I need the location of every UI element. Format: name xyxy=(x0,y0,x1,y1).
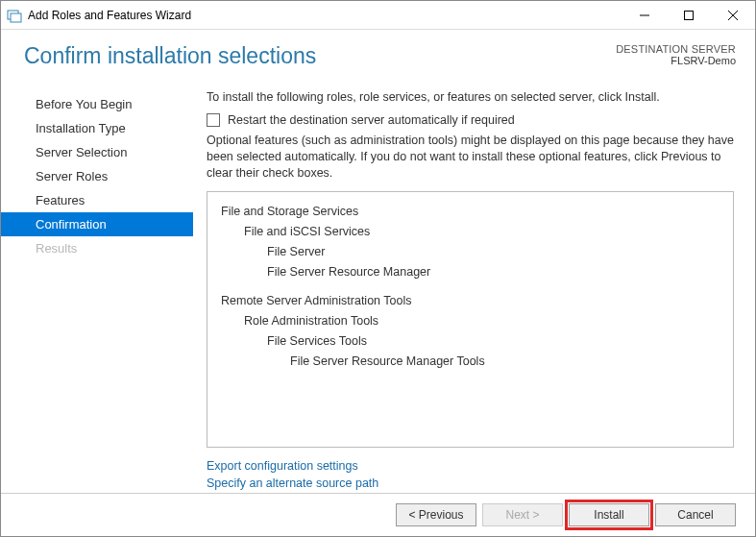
destination-label: DESTINATION SERVER xyxy=(616,43,736,55)
feature-item: File and iSCSI Services xyxy=(221,222,719,242)
footer: < Previous Next > Install Cancel xyxy=(1,493,755,536)
cancel-button[interactable]: Cancel xyxy=(655,503,736,526)
feature-item: File Server Resource Manager Tools xyxy=(221,352,719,372)
features-list: File and Storage Services File and iSCSI… xyxy=(207,191,734,448)
restart-label: Restart the destination server automatic… xyxy=(228,113,515,127)
body: Before You Begin Installation Type Serve… xyxy=(1,69,755,493)
sidebar-item-results: Results xyxy=(1,236,193,260)
destination-block: DESTINATION SERVER FLSRV-Demo xyxy=(616,43,736,69)
export-config-link[interactable]: Export configuration settings xyxy=(207,457,734,476)
sidebar-item-before-you-begin[interactable]: Before You Begin xyxy=(1,92,193,116)
header: Confirm installation selections DESTINAT… xyxy=(1,30,755,69)
sidebar-item-server-roles[interactable]: Server Roles xyxy=(1,164,193,188)
wizard-window: Add Roles and Features Wizard Confirm in… xyxy=(0,0,756,537)
destination-name: FLSRV-Demo xyxy=(616,55,736,66)
sidebar-item-installation-type[interactable]: Installation Type xyxy=(1,116,193,140)
feature-item: File and Storage Services xyxy=(221,202,719,222)
next-button: Next > xyxy=(482,503,563,526)
alternate-source-link[interactable]: Specify an alternate source path xyxy=(207,475,734,493)
optional-text: Optional features (such as administratio… xyxy=(207,133,734,182)
feature-item: File Services Tools xyxy=(221,331,719,352)
svg-rect-1 xyxy=(11,13,21,22)
maximize-button[interactable] xyxy=(667,1,711,30)
window-title: Add Roles and Features Wizard xyxy=(28,9,622,22)
previous-button[interactable]: < Previous xyxy=(396,503,476,526)
restart-row: Restart the destination server automatic… xyxy=(207,113,734,127)
window-controls xyxy=(622,1,755,30)
intro-text: To install the following roles, role ser… xyxy=(207,90,734,104)
titlebar: Add Roles and Features Wizard xyxy=(1,1,755,30)
sidebar: Before You Begin Installation Type Serve… xyxy=(1,90,193,493)
app-icon xyxy=(7,8,22,23)
install-button[interactable]: Install xyxy=(569,503,649,526)
sidebar-item-features[interactable]: Features xyxy=(1,188,193,212)
close-button[interactable] xyxy=(711,1,755,30)
feature-item: Remote Server Administration Tools xyxy=(221,291,719,311)
sidebar-item-server-selection[interactable]: Server Selection xyxy=(1,140,193,164)
page-title: Confirm installation selections xyxy=(24,43,616,69)
svg-rect-3 xyxy=(685,11,694,19)
feature-item: Role Administration Tools xyxy=(221,311,719,331)
minimize-button[interactable] xyxy=(622,1,667,30)
sidebar-item-confirmation[interactable]: Confirmation xyxy=(1,212,193,236)
links-block: Export configuration settings Specify an… xyxy=(207,457,734,494)
restart-checkbox[interactable] xyxy=(207,113,220,127)
feature-item: File Server Resource Manager xyxy=(221,262,719,282)
main-content: To install the following roles, role ser… xyxy=(193,90,755,493)
feature-item: File Server xyxy=(221,242,719,262)
